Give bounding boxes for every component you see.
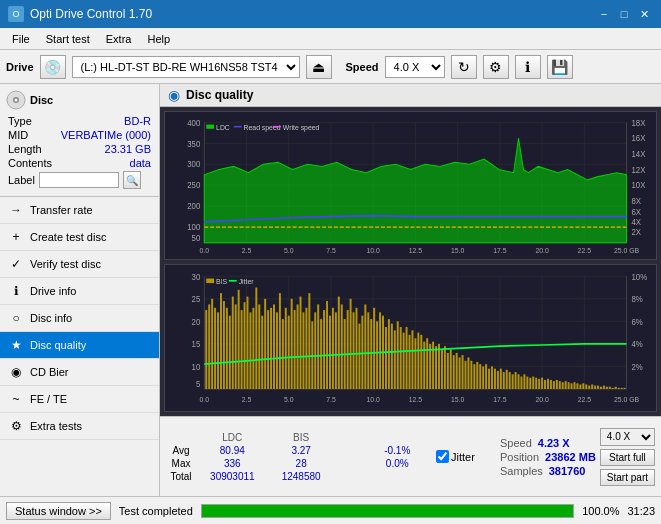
nav-verify-test-disc[interactable]: ✓ Verify test disc xyxy=(0,251,159,278)
svg-rect-99 xyxy=(279,293,281,389)
nav-disc-info[interactable]: ○ Disc info xyxy=(0,305,159,332)
svg-rect-154 xyxy=(441,349,443,388)
svg-rect-191 xyxy=(550,379,552,388)
svg-rect-103 xyxy=(291,298,293,388)
svg-rect-88 xyxy=(247,296,249,388)
max-label: Max xyxy=(166,457,196,470)
toolbar: Drive 💿 (L:) HL-DT-ST BD-RE WH16NS58 TST… xyxy=(0,50,661,84)
menu-file[interactable]: File xyxy=(4,31,38,47)
svg-rect-187 xyxy=(538,378,540,388)
svg-rect-123 xyxy=(350,298,352,388)
svg-rect-131 xyxy=(373,307,375,388)
svg-rect-181 xyxy=(520,376,522,388)
svg-rect-135 xyxy=(385,326,387,388)
speed-dropdown[interactable]: 4.0 X 1.0 X 2.0 X xyxy=(600,428,655,446)
info-button[interactable]: ℹ xyxy=(515,55,541,79)
drive-select[interactable]: (L:) HL-DT-ST BD-RE WH16NS58 TST4 xyxy=(72,56,300,78)
svg-rect-203 xyxy=(585,384,587,389)
svg-rect-188 xyxy=(541,377,543,388)
nav-extra-tests[interactable]: ⚙ Extra tests xyxy=(0,413,159,440)
stats-bar: LDC BIS Avg 80.94 3.27 xyxy=(160,416,661,496)
drive-icon-btn[interactable]: 💿 xyxy=(40,55,66,79)
svg-rect-159 xyxy=(456,352,458,388)
stats-table: LDC BIS Avg 80.94 3.27 xyxy=(166,431,432,483)
label-input[interactable] xyxy=(39,172,119,188)
svg-rect-193 xyxy=(556,379,558,388)
menu-help[interactable]: Help xyxy=(139,31,178,47)
settings-button[interactable]: ⚙ xyxy=(483,55,509,79)
jitter-checkbox-section: Jitter xyxy=(436,450,496,463)
minimize-button[interactable]: − xyxy=(595,6,613,22)
close-button[interactable]: ✕ xyxy=(635,6,653,22)
svg-rect-196 xyxy=(565,381,567,389)
svg-text:BIS: BIS xyxy=(216,276,227,286)
maximize-button[interactable]: □ xyxy=(615,6,633,22)
nav-disc-quality[interactable]: ★ Disc quality xyxy=(0,332,159,359)
svg-text:25.0 GB: 25.0 GB xyxy=(614,247,639,255)
svg-rect-179 xyxy=(515,372,517,389)
label-search-button[interactable]: 🔍 xyxy=(123,171,141,189)
svg-text:250: 250 xyxy=(187,181,201,190)
status-window-button[interactable]: Status window >> xyxy=(6,502,111,520)
nav-transfer-rate[interactable]: → Transfer rate xyxy=(0,197,159,224)
nav-disc-quality-label: Disc quality xyxy=(30,339,86,351)
avg-jitter: -0.1% xyxy=(374,444,421,457)
nav-fe-te[interactable]: ~ FE / TE xyxy=(0,386,159,413)
svg-rect-94 xyxy=(264,298,266,388)
svg-rect-208 xyxy=(600,386,602,388)
svg-rect-155 xyxy=(444,346,446,389)
svg-text:100: 100 xyxy=(187,223,201,232)
start-full-button[interactable]: Start full xyxy=(600,449,655,466)
svg-rect-142 xyxy=(406,326,408,388)
status-bar: Status window >> Test completed 100.0% 3… xyxy=(0,496,661,524)
transfer-rate-icon: → xyxy=(8,202,24,218)
avg-label: Avg xyxy=(166,444,196,457)
samples-label: Samples xyxy=(500,465,543,477)
nav-cd-bier[interactable]: ◉ CD Bier xyxy=(0,359,159,386)
nav-list: → Transfer rate + Create test disc ✓ Ver… xyxy=(0,197,159,440)
svg-text:12.5: 12.5 xyxy=(409,247,422,255)
svg-rect-200 xyxy=(576,383,578,389)
svg-rect-189 xyxy=(544,379,546,388)
svg-rect-149 xyxy=(426,338,428,389)
disc-title: Disc xyxy=(30,94,53,106)
eject-button[interactable]: ⏏ xyxy=(306,55,332,79)
svg-rect-198 xyxy=(571,383,573,389)
svg-rect-83 xyxy=(232,296,234,388)
svg-text:2%: 2% xyxy=(631,361,643,372)
svg-rect-77 xyxy=(214,307,216,388)
svg-rect-120 xyxy=(341,304,343,389)
menu-extra[interactable]: Extra xyxy=(98,31,140,47)
svg-text:Write speed: Write speed xyxy=(283,124,320,132)
svg-text:17.5: 17.5 xyxy=(493,247,506,255)
nav-drive-info[interactable]: ℹ Drive info xyxy=(0,278,159,305)
contents-label: Contents xyxy=(8,157,52,169)
jitter-checkbox-label[interactable]: Jitter xyxy=(436,450,496,463)
start-part-button[interactable]: Start part xyxy=(600,469,655,486)
svg-rect-177 xyxy=(509,372,511,389)
svg-text:12X: 12X xyxy=(631,165,646,174)
svg-rect-141 xyxy=(403,332,405,388)
svg-text:10: 10 xyxy=(192,361,201,372)
refresh-button[interactable]: ↻ xyxy=(451,55,477,79)
mid-label: MID xyxy=(8,129,28,141)
svg-rect-153 xyxy=(438,343,440,388)
svg-rect-119 xyxy=(338,296,340,388)
svg-rect-75 xyxy=(208,304,210,389)
speed-select[interactable]: 4.0 X 1.0 X 2.0 X 8.0 X xyxy=(385,56,445,78)
svg-rect-89 xyxy=(249,312,251,389)
save-button[interactable]: 💾 xyxy=(547,55,573,79)
svg-rect-195 xyxy=(562,382,564,389)
total-ldc: 30903011 xyxy=(196,470,269,483)
sidebar: Disc Type BD-R MID VERBATIMe (000) Lengt… xyxy=(0,84,160,496)
menu-start-test[interactable]: Start test xyxy=(38,31,98,47)
speed-label: Speed xyxy=(346,61,379,73)
svg-text:25.0 GB: 25.0 GB xyxy=(614,395,639,405)
svg-rect-91 xyxy=(255,287,257,388)
svg-text:20: 20 xyxy=(192,316,201,327)
svg-text:15.0: 15.0 xyxy=(451,395,464,405)
nav-create-test-disc[interactable]: + Create test disc xyxy=(0,224,159,251)
jitter-checkbox[interactable] xyxy=(436,450,449,463)
svg-text:5.0: 5.0 xyxy=(284,395,294,405)
svg-rect-140 xyxy=(400,326,402,388)
